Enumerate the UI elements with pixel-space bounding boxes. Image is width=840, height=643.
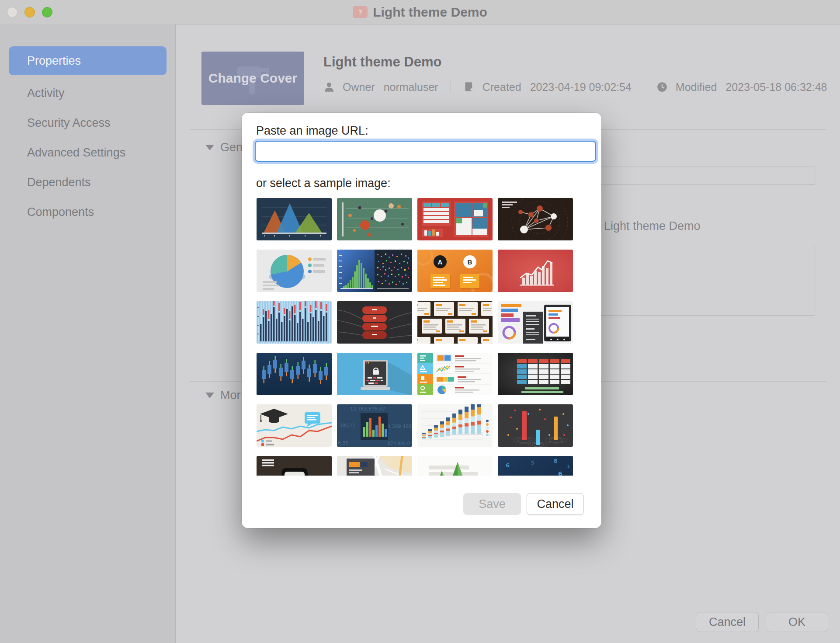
sample-map[interactable]	[337, 456, 412, 476]
sample-laptop-security[interactable]	[337, 353, 412, 395]
sample-3d-columns[interactable]	[498, 404, 573, 447]
created-label: Created	[482, 81, 521, 94]
digit-text: 6	[558, 470, 562, 476]
digit-text: 1	[567, 464, 570, 469]
chevron-down-icon	[205, 393, 214, 398]
meta-divider	[451, 80, 451, 94]
sample-numbers-bars[interactable]: 12,763,876.87 398,23 34,389,468. 6.35 87…	[337, 404, 412, 447]
modified-label: Modified	[676, 81, 717, 94]
sample-histogram-confetti[interactable]	[337, 250, 412, 292]
modified-value: 2023-05-18 06:32:48	[725, 81, 827, 94]
dialog-cancel-button[interactable]: Cancel	[527, 493, 584, 515]
sample-red-dashboard[interactable]	[417, 198, 493, 240]
general-section-header[interactable]: Gen	[205, 141, 243, 154]
more-section-label: Mor	[220, 389, 241, 402]
sample-education-lines[interactable]	[257, 404, 332, 447]
sample-candlestick[interactable]	[257, 353, 332, 395]
number-text: 874,986.0	[388, 441, 410, 446]
metadata-row: Owner normaluser Created 2023-04-19 09:0…	[323, 80, 827, 94]
digit-text: 8	[554, 458, 557, 464]
label-a: A	[438, 258, 443, 266]
page-title: Light theme Demo	[323, 54, 441, 70]
sidebar-item-properties[interactable]: Properties	[9, 46, 167, 75]
modified-icon	[656, 81, 668, 93]
sample-image-grid: A B	[257, 198, 573, 476]
change-cover-dialog: Paste an image URL: or select a sample i…	[242, 113, 601, 528]
number-text: 6.35	[338, 440, 349, 446]
more-section-header[interactable]: Mor	[205, 389, 241, 402]
sample-volume-bars[interactable]	[257, 301, 332, 344]
save-button[interactable]: Save	[463, 493, 521, 515]
sample-trees[interactable]	[417, 456, 493, 476]
image-url-input[interactable]	[255, 141, 596, 162]
number-text: 34,389,468.	[384, 424, 412, 429]
sample-database[interactable]	[337, 301, 412, 344]
sample-network-graph[interactable]	[498, 198, 573, 240]
sample-ridge-area-chart[interactable]	[257, 198, 332, 240]
window-title: Light theme Demo	[373, 5, 487, 20]
digit-text: 6	[506, 462, 510, 469]
change-cover-button[interactable]: Change Cover	[201, 52, 304, 105]
sample-dashboard-collage[interactable]	[498, 301, 573, 344]
sidebar-item-dependents[interactable]: Dependents	[9, 168, 167, 197]
select-sample-label: or select a sample image:	[256, 177, 391, 190]
sample-ab-comparison[interactable]: A B	[417, 250, 493, 292]
ok-button[interactable]: OK	[766, 612, 828, 632]
sample-report-list[interactable]	[417, 353, 493, 395]
sidebar-item-advanced-settings[interactable]: Advanced Settings	[9, 138, 167, 167]
sample-card-board[interactable]	[417, 301, 493, 344]
sample-growth-chart[interactable]	[498, 250, 573, 292]
number-text: 12,763,876.87	[350, 406, 385, 412]
sample-stacked-columns[interactable]	[417, 404, 493, 447]
cancel-button[interactable]: Cancel	[696, 612, 759, 632]
url-label: Paste an image URL:	[256, 124, 368, 138]
owner-label: Owner	[343, 81, 375, 94]
sample-truck[interactable]	[257, 456, 332, 476]
general-section-label: Gen	[220, 141, 243, 154]
chevron-down-icon	[205, 145, 214, 150]
created-value: 2023-04-19 09:02:54	[530, 81, 632, 94]
created-icon	[463, 81, 475, 93]
digit-text: 5	[531, 460, 535, 466]
owner-icon	[323, 81, 335, 93]
owner-value: normaluser	[384, 81, 438, 94]
sample-pie-chart[interactable]	[257, 250, 332, 292]
number-text: 398,23	[340, 423, 355, 428]
sample-dark-table[interactable]	[498, 353, 573, 395]
name-value-text: Light theme Demo	[604, 219, 701, 233]
sample-digits[interactable]: 6 5 8 1 6 9 5 9 6 9 8 0	[498, 456, 573, 476]
label-b: B	[468, 258, 472, 266]
meta-divider	[644, 80, 644, 94]
sidebar-item-activity[interactable]: Activity	[9, 79, 167, 108]
sample-bubble-scatter[interactable]	[337, 198, 412, 240]
sidebar-item-components[interactable]: Components	[9, 198, 167, 226]
document-icon: ?	[353, 6, 368, 18]
sidebar-item-security-access[interactable]: Security Access	[9, 108, 167, 137]
window-title-container: ? Light theme Demo	[0, 0, 840, 24]
